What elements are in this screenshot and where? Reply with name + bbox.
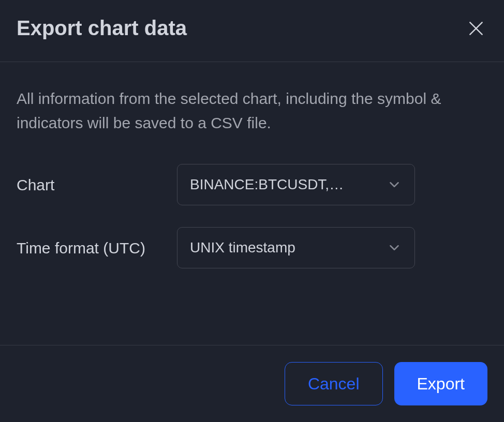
dialog-header: Export chart data [0,0,504,62]
export-button[interactable]: Export [394,362,487,405]
time-format-select[interactable]: UNIX timestamp [177,227,415,268]
dialog-title: Export chart data [17,17,187,40]
chart-field-row: Chart BINANCE:BTCUSDT,… [17,164,487,205]
dialog-body: All information from the selected chart,… [0,62,504,345]
chevron-down-icon [387,177,402,192]
time-format-select-value: UNIX timestamp [190,239,378,256]
export-chart-dialog: Export chart data All information from t… [0,0,504,422]
cancel-button[interactable]: Cancel [285,362,383,405]
chart-select[interactable]: BINANCE:BTCUSDT,… [177,164,415,205]
chevron-down-icon [387,240,402,255]
time-format-field-row: Time format (UTC) UNIX timestamp [17,227,487,268]
time-format-field-label: Time format (UTC) [17,227,177,261]
chart-select-value: BINANCE:BTCUSDT,… [190,176,378,193]
chart-field-label: Chart [17,164,177,198]
dialog-description: All information from the selected chart,… [17,87,487,135]
close-icon [466,18,486,39]
dialog-footer: Cancel Export [0,345,504,422]
close-button[interactable] [465,17,487,40]
